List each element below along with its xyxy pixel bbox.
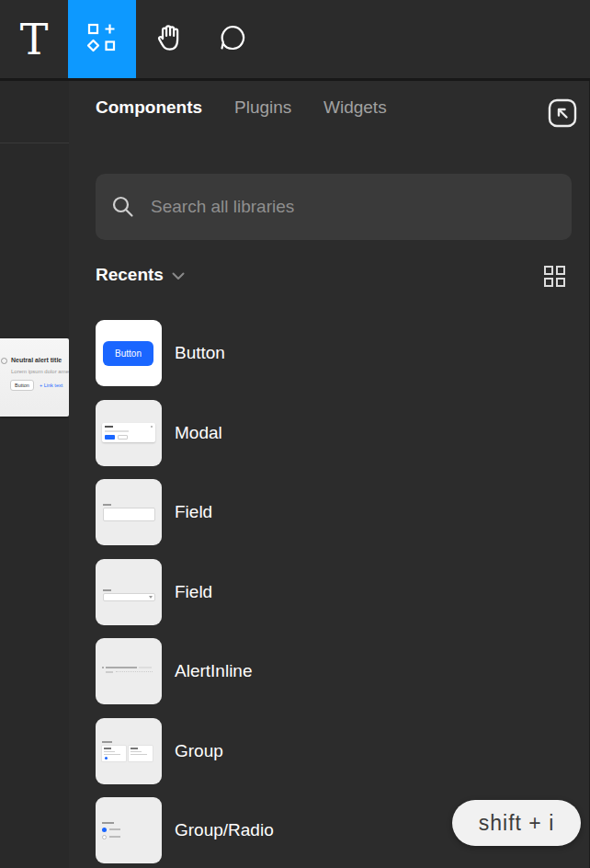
info-icon [1,358,7,364]
component-name: Button [175,320,225,386]
assets-shapes-icon [86,22,118,56]
component-name: Field [175,559,212,625]
alert-card-link[interactable]: + Link text [40,383,62,388]
thumb-button-preview: Button [103,341,153,366]
text-tool-button[interactable]: T [0,0,68,78]
list-item-field-select[interactable]: Field [96,559,568,625]
component-thumbnail [96,718,162,784]
radio-selected-preview [102,828,107,832]
component-name: Group/Radio [175,797,274,863]
component-thumbnail [96,400,162,466]
comment-bubble-icon [217,22,248,56]
alert-title: Neutral alert title [11,357,62,363]
component-name: Group [175,718,223,784]
canvas-background: Neutral alert title Lorem ipsum dolor am… [0,81,69,868]
list-item-modal[interactable]: Modal [96,400,568,466]
alert-card-button[interactable]: Button [10,380,34,391]
thumb-select-preview [103,593,155,601]
component-name: AlertInline [175,638,253,704]
figma-assets-panel-screen: T [0,0,590,868]
thumb-modal-preview [102,423,155,442]
alert-body-text: Lorem ipsum dolor amet conse [11,369,69,374]
component-thumbnail [96,638,162,704]
list-item-group[interactable]: Group [96,718,568,784]
thumb-input-preview [103,508,155,521]
component-thumbnail [96,559,162,625]
components-list: Button Button Modal [69,81,590,868]
toolbar: T [0,0,590,81]
list-item-button[interactable]: Button Button [96,320,568,386]
component-name: Field [175,479,212,545]
text-tool-icon: T [20,18,49,61]
component-thumbnail [96,797,162,863]
keyboard-shortcut-badge: shift + i [452,800,581,846]
list-item-alertinline[interactable]: AlertInline [96,638,568,704]
component-name: Modal [175,400,222,466]
comment-tool-button[interactable] [199,0,267,78]
hand-tool-button[interactable] [136,0,204,78]
assets-tool-button[interactable] [68,0,136,78]
canvas-alert-card: Neutral alert title Lorem ipsum dolor am… [0,338,69,417]
canvas-frame-edge [0,143,69,143]
component-thumbnail: Button [96,320,162,386]
radio-unselected-preview [102,835,107,839]
assets-panel: Components Plugins Widgets [69,81,590,868]
hand-icon [153,21,187,57]
component-thumbnail [96,479,162,545]
list-item-field[interactable]: Field [96,479,568,545]
